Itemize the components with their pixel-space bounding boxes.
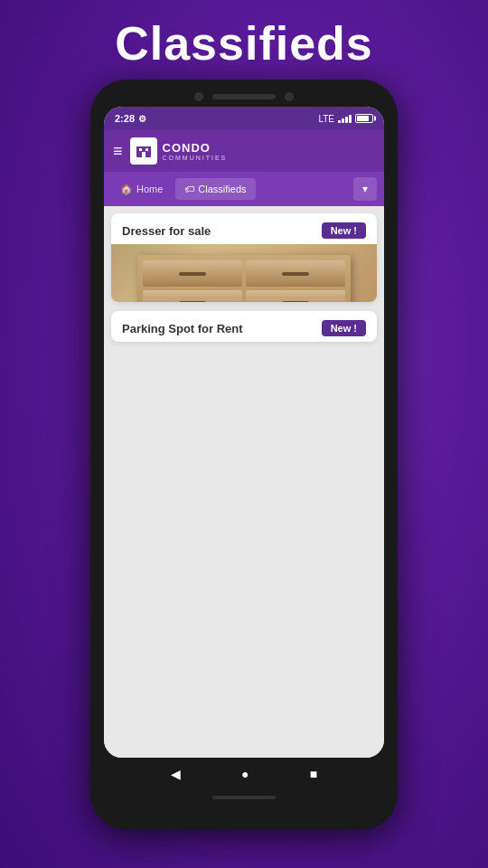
dresser-body [137,255,350,302]
app-name-sub: COMMUNITIES [163,155,228,161]
camera-dot-2 [285,92,294,101]
recents-button[interactable]: ■ [310,767,317,781]
home-button[interactable]: ● [241,767,249,781]
classifieds-icon: 🏷 [184,184,194,194]
drawer-handle [282,272,309,276]
svg-rect-1 [136,144,152,146]
svg-rect-4 [142,152,145,157]
condo-logo-icon [130,137,157,165]
drawer-top-left [143,260,242,287]
new-badge-parking: New ! [322,320,366,336]
menu-icon[interactable]: ≡ [113,142,123,161]
top-speaker [212,94,276,99]
new-badge-dresser: New ! [322,222,366,239]
tab-home[interactable]: 🏠 Home [111,178,172,201]
tab-classifieds-label: Classifieds [198,184,246,194]
drawer-top-right [246,260,345,287]
time-display: 2:28 [115,113,135,124]
phone-nav-bar: ◀ ● ■ [104,758,384,790]
nav-tabs: 🏠 Home 🏷 Classifieds ▾ [104,172,384,206]
drawer-bottom-right [246,290,345,302]
tab-classifieds[interactable]: 🏷 Classifieds [175,178,255,200]
bar-1 [338,120,341,123]
listing-card-dresser: Dresser for sale New ! $125.00 View Full… [111,213,377,302]
phone-screen: 2:28 ⚙ LTE ≡ [104,107,384,758]
tab-home-label: Home [136,184,163,194]
phone-frame: 2:28 ⚙ LTE ≡ [90,80,398,830]
content-area: Dresser for sale New ! $125.00 View Full… [104,206,384,758]
drawer-bottom-left [143,290,242,302]
app-bar: ≡ CONDO COMMUNITIES [104,130,384,172]
back-button[interactable]: ◀ [171,767,181,781]
battery-fill [357,116,369,121]
battery-icon [355,114,373,123]
listing-card-parking: Parking Spot for Rent New ! [111,311,377,342]
dropdown-icon: ▾ [362,183,368,195]
page-title: Classifieds [115,16,373,71]
card-header-parking: Parking Spot for Rent New ! [111,311,377,342]
building-icon [134,141,154,161]
status-icons: LTE [318,114,373,124]
app-name-group: CONDO COMMUNITIES [163,141,228,161]
settings-icon: ⚙ [138,114,146,124]
drawer-handle [179,272,206,276]
listing-image-dresser [111,244,377,302]
home-icon: 🏠 [120,184,133,195]
svg-rect-2 [139,148,142,151]
bar-3 [345,117,348,123]
svg-rect-3 [145,148,148,151]
card-header-dresser: Dresser for sale New ! [111,213,377,244]
listing-title-parking: Parking Spot for Rent [122,322,243,335]
status-time: 2:28 ⚙ [115,113,146,124]
bottom-speaker [212,796,276,799]
app-name-main: CONDO [163,141,228,155]
lte-label: LTE [318,114,334,124]
drawer-handle [179,301,206,302]
bar-2 [342,118,344,123]
drawer-handle [282,301,309,302]
app-logo: CONDO COMMUNITIES [130,137,228,165]
camera-area [99,92,389,101]
signal-bars [338,115,352,123]
nav-dropdown[interactable]: ▾ [353,177,377,201]
camera-dot [194,92,203,101]
bar-4 [349,115,352,123]
status-bar: 2:28 ⚙ LTE [104,107,384,130]
listing-title-dresser: Dresser for sale [122,224,211,238]
